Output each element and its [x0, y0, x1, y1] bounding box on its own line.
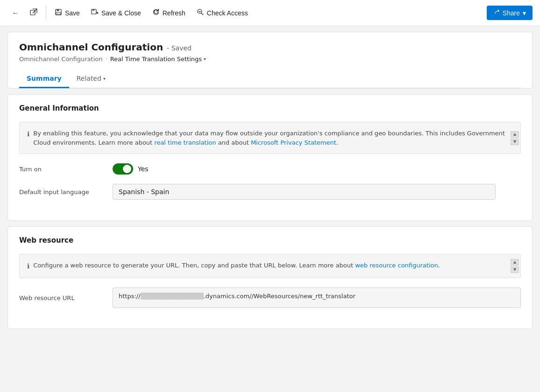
- toggle-yes-label: Yes: [138, 165, 149, 173]
- svg-rect-0: [30, 10, 35, 15]
- default-language-label: Default input language: [19, 189, 103, 196]
- refresh-button[interactable]: Refresh: [148, 6, 190, 20]
- back-button[interactable]: ←: [7, 7, 23, 20]
- web-resource-url-value: https://■■■■■■■■■■■.dynamics.com//WebRes…: [113, 287, 521, 308]
- general-information-title: General Information: [19, 104, 521, 112]
- turn-on-row: Turn on Yes: [19, 163, 521, 175]
- scroll-up-button[interactable]: ▲: [511, 131, 519, 138]
- tab-related-chevron-icon: ▾: [103, 76, 106, 81]
- default-language-row: Default input language Spanish - Spain: [19, 184, 521, 200]
- tab-summary-label: Summary: [27, 75, 62, 82]
- url-text-part2: .dynamics.com//WebResources/new_rtt_tran…: [204, 293, 355, 300]
- scroll-arrows: ▲ ▼: [509, 122, 521, 154]
- general-information-card: General Information ℹ By enabling this f…: [7, 94, 533, 221]
- web-resource-card: Web resource ℹ Configure a web resource …: [7, 226, 533, 329]
- web-resource-info-banner: ℹ Configure a web resource to generate y…: [19, 254, 521, 278]
- toggle-container: Yes: [113, 163, 521, 175]
- share-button[interactable]: Share ▾: [487, 6, 533, 20]
- turn-on-value: Yes: [113, 163, 521, 175]
- share-label: Share: [503, 9, 520, 17]
- breadcrumb-parent[interactable]: Omnichannel Configuration: [19, 56, 102, 63]
- check-access-icon: [197, 8, 204, 17]
- back-icon: ←: [12, 9, 19, 17]
- tab-related-label: Related: [77, 75, 101, 82]
- info-banner-text: By enabling this feature, you acknowledg…: [33, 129, 513, 147]
- info-text-part3: .: [336, 139, 338, 146]
- divider-1: [46, 7, 46, 20]
- svg-point-6: [198, 9, 202, 14]
- default-language-field[interactable]: Spanish - Spain: [113, 184, 496, 200]
- check-access-button[interactable]: Check Access: [192, 6, 253, 20]
- web-resource-info-text: Configure a web resource to generate you…: [33, 261, 513, 270]
- main-content: Omnichannel Configuration - Saved Omnich…: [0, 26, 540, 335]
- save-close-button[interactable]: Save & Close: [86, 6, 146, 20]
- save-icon: [55, 8, 62, 17]
- save-close-icon: [91, 8, 99, 17]
- web-resource-scroll-down-button[interactable]: ▼: [511, 266, 519, 273]
- breadcrumb-chevron-icon[interactable]: ▾: [204, 56, 206, 62]
- share-icon: [493, 9, 500, 17]
- web-resource-info-icon: ℹ: [27, 261, 29, 271]
- svg-rect-5: [92, 9, 94, 11]
- web-resource-url-row: Web resource URL https://■■■■■■■■■■■.dyn…: [19, 287, 521, 308]
- web-resource-link[interactable]: web resource configuration: [355, 262, 438, 269]
- saved-status: - Saved: [167, 44, 192, 52]
- toggle-switch[interactable]: [113, 163, 133, 175]
- tabs-row: Summary Related ▾: [19, 70, 521, 88]
- web-resource-url-field[interactable]: https://■■■■■■■■■■■.dynamics.com//WebRes…: [113, 287, 521, 308]
- web-resource-url-label: Web resource URL: [19, 294, 103, 301]
- save-label: Save: [65, 9, 80, 17]
- web-resource-section: Web resource ℹ Configure a web resource …: [8, 227, 532, 329]
- web-resource-title: Web resource: [19, 236, 521, 245]
- breadcrumb-current-label: Real Time Translation Settings: [110, 56, 202, 63]
- toggle-thumb: [123, 165, 131, 173]
- svg-rect-3: [56, 13, 61, 14]
- check-access-label: Check Access: [207, 9, 248, 17]
- svg-rect-2: [57, 9, 59, 11]
- real-time-translation-link[interactable]: real time translation: [154, 139, 216, 146]
- toolbar: ← Save Save & Clos: [0, 0, 540, 26]
- refresh-label: Refresh: [163, 9, 185, 17]
- general-information-section: General Information ℹ By enabling this f…: [8, 95, 532, 220]
- default-language-value: Spanish - Spain: [113, 184, 521, 200]
- turn-on-label: Turn on: [19, 166, 103, 173]
- save-close-label: Save & Close: [101, 9, 141, 17]
- breadcrumb: Omnichannel Configuration · Real Time Tr…: [19, 56, 521, 63]
- info-text-part2: and about: [216, 139, 251, 146]
- info-icon: ℹ: [27, 129, 29, 139]
- web-resource-scroll-arrows: ▲ ▼: [509, 254, 521, 278]
- general-info-banner: ℹ By enabling this feature, you acknowle…: [19, 122, 521, 154]
- header-title-row: Omnichannel Configuration - Saved: [19, 42, 521, 53]
- url-redacted: ■■■■■■■■■■■: [141, 293, 204, 300]
- web-resource-info-end: .: [438, 262, 440, 269]
- breadcrumb-current: Real Time Translation Settings ▾: [110, 56, 206, 63]
- new-tab-button[interactable]: [25, 6, 42, 20]
- refresh-icon: [152, 8, 160, 17]
- new-tab-icon: [30, 8, 37, 17]
- page-title: Omnichannel Configuration: [19, 42, 163, 53]
- header-card: Omnichannel Configuration - Saved Omnich…: [7, 32, 533, 89]
- privacy-statement-link[interactable]: Microsoft Privacy Statement: [251, 139, 336, 146]
- tab-summary[interactable]: Summary: [19, 70, 69, 88]
- share-chevron-icon: ▾: [523, 9, 526, 17]
- tab-related[interactable]: Related ▾: [69, 70, 113, 88]
- scroll-down-button[interactable]: ▼: [511, 139, 519, 145]
- save-button[interactable]: Save: [50, 6, 85, 20]
- web-resource-info-part1: Configure a web resource to generate you…: [33, 262, 355, 269]
- web-resource-scroll-up-button[interactable]: ▲: [511, 259, 519, 266]
- breadcrumb-separator: ·: [105, 56, 107, 63]
- url-text-part1: https://: [119, 293, 141, 300]
